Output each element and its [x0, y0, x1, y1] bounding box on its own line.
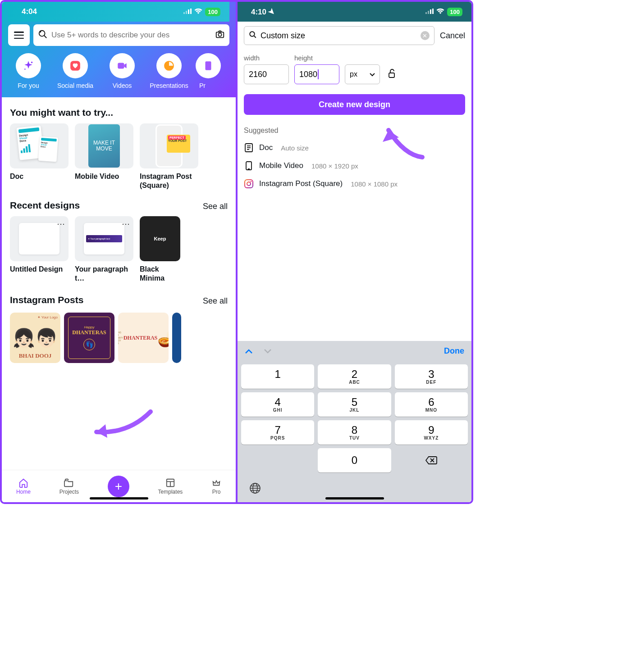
create-design-button[interactable]: Create new design: [244, 94, 465, 115]
svg-rect-27: [389, 73, 394, 77]
numeric-keyboard: Done 1 2ABC3DEF4GHI5JKL6MNO7PQRS8TUV9WXY…: [238, 341, 471, 502]
wifi-icon: [436, 7, 444, 16]
clear-icon[interactable]: ✕: [421, 31, 430, 40]
kb-key-5[interactable]: 5JKL: [318, 392, 391, 417]
recent-untitled[interactable]: ⋯ Untitled Design: [10, 216, 69, 283]
status-time: 4:10: [251, 8, 266, 16]
custom-size-input[interactable]: [261, 31, 417, 41]
heart-icon: [63, 53, 88, 78]
kb-key-3[interactable]: 3DEF: [395, 364, 468, 389]
sparkle-search-icon: [38, 29, 48, 41]
sparkle-icon: [16, 53, 41, 78]
search-box[interactable]: [33, 24, 229, 46]
signal-icon: [183, 7, 192, 16]
ig-dhanteras2[interactable]: WISHING YOU PROSPERITY AND JOY THISDHANT…: [118, 313, 169, 363]
plus-icon: +: [115, 479, 122, 494]
status-time: 4:04: [22, 7, 37, 16]
svg-rect-34: [245, 180, 253, 188]
try-title: You might want to try...: [10, 107, 228, 118]
svg-point-9: [24, 68, 26, 70]
recent-black[interactable]: Keep Black Minima: [140, 216, 180, 283]
sug-mobile-video[interactable]: Mobile Video1080 × 1920 px: [244, 161, 465, 171]
ig-see-all[interactable]: See all: [203, 296, 228, 306]
globe-icon[interactable]: [249, 482, 261, 496]
search-input[interactable]: [51, 31, 211, 40]
cat-print[interactable]: Pr: [196, 53, 209, 89]
svg-rect-21: [425, 12, 427, 14]
custom-size-search[interactable]: ✕: [244, 26, 434, 45]
nav-pro[interactable]: Pro: [211, 478, 221, 495]
try-row[interactable]: DesignVisualDocs DesignVisualDocs Doc MA…: [10, 123, 228, 190]
svg-line-26: [254, 36, 256, 38]
ig-dhanteras[interactable]: HappyDHANTERAS👣: [64, 313, 114, 363]
recent-see-all[interactable]: See all: [203, 202, 228, 211]
recent-paragraph[interactable]: ✦ Your paragraph text⋯ Your paragraph t…: [75, 216, 133, 283]
cat-social[interactable]: Social media: [55, 53, 96, 89]
ig-row[interactable]: ✦ Your LogoBHAI DOOJ👧🏻👦🏻HappyDHANTERAS👣W…: [10, 313, 228, 363]
category-row: For youSocial mediaVideosPresentationsPr: [8, 53, 229, 89]
try-mobile-video[interactable]: MAKE ITMOVE Mobile Video: [75, 123, 133, 190]
svg-rect-2: [188, 9, 189, 14]
kb-key-6[interactable]: 6MNO: [395, 392, 468, 417]
cat-foryou[interactable]: For you: [8, 53, 49, 89]
svg-rect-1: [186, 11, 187, 14]
mobile-icon: [244, 161, 254, 171]
svg-rect-16: [26, 146, 28, 153]
unit-select[interactable]: px: [345, 64, 380, 84]
nav-projects[interactable]: Projects: [59, 478, 79, 495]
ig-extra[interactable]: [172, 313, 181, 363]
video-icon: [110, 53, 135, 78]
nav-templates[interactable]: Templates: [158, 478, 183, 495]
cancel-button[interactable]: Cancel: [440, 31, 465, 41]
svg-rect-14: [21, 150, 23, 153]
svg-rect-15: [23, 148, 25, 153]
home-indicator: [90, 497, 148, 499]
present-icon: [156, 53, 182, 78]
kb-key-4[interactable]: 4GHI: [241, 392, 314, 417]
camera-icon[interactable]: [215, 29, 225, 41]
kb-key-1[interactable]: 1: [241, 364, 314, 389]
kb-backspace[interactable]: [395, 448, 468, 472]
nav-home[interactable]: Home: [16, 478, 31, 495]
kb-key-9[interactable]: 9WXYZ: [395, 420, 468, 445]
kb-key-0[interactable]: 0: [318, 448, 391, 472]
more-icon[interactable]: ⋯: [122, 219, 130, 229]
height-label: height: [294, 54, 339, 62]
cat-present[interactable]: Presentations: [149, 53, 189, 89]
kb-key-7[interactable]: 7PQRS: [241, 420, 314, 445]
width-label: width: [244, 54, 289, 62]
lock-icon[interactable]: [387, 68, 396, 80]
recent-title: Recent designs: [10, 200, 80, 211]
svg-point-7: [218, 33, 221, 36]
sug-ig-square[interactable]: Instagram Post (Square)1080 × 1080 px: [244, 179, 465, 189]
kb-key-2[interactable]: 2ABC: [318, 364, 391, 389]
svg-rect-3: [190, 9, 192, 14]
svg-rect-23: [430, 9, 431, 14]
kb-key-8[interactable]: 8TUV: [318, 420, 391, 445]
try-doc[interactable]: DesignVisualDocs DesignVisualDocs Doc: [10, 123, 69, 190]
kb-next-field[interactable]: [264, 346, 272, 356]
try-ig-square[interactable]: PERFECTYOUR POST Instagram Post (Square): [140, 123, 198, 190]
width-input[interactable]: 2160: [244, 64, 289, 84]
battery-indicator: 100: [205, 8, 220, 16]
svg-rect-0: [183, 12, 185, 14]
sug-doc[interactable]: DocAuto size: [244, 143, 465, 153]
search-icon: [249, 31, 257, 41]
recent-row[interactable]: ⋯ Untitled Design ✦ Your paragraph text⋯…: [10, 216, 228, 283]
svg-rect-22: [428, 11, 429, 14]
svg-point-35: [247, 182, 251, 186]
svg-point-25: [250, 32, 255, 36]
home-indicator: [325, 497, 384, 499]
more-icon[interactable]: ⋯: [57, 219, 65, 229]
height-input[interactable]: 1080: [294, 64, 339, 84]
svg-line-5: [44, 36, 47, 38]
kb-done-button[interactable]: Done: [444, 346, 464, 356]
kb-prev-field[interactable]: [245, 346, 253, 356]
svg-point-8: [31, 62, 32, 63]
cat-videos[interactable]: Videos: [102, 53, 142, 89]
ig-bhai[interactable]: ✦ Your LogoBHAI DOOJ👧🏻👦🏻: [10, 313, 60, 363]
nav-create-fab[interactable]: +: [108, 476, 129, 497]
status-bar-right: 4:10 ➤ 100: [238, 2, 471, 22]
svg-rect-11: [118, 63, 124, 69]
menu-button[interactable]: [8, 24, 30, 46]
